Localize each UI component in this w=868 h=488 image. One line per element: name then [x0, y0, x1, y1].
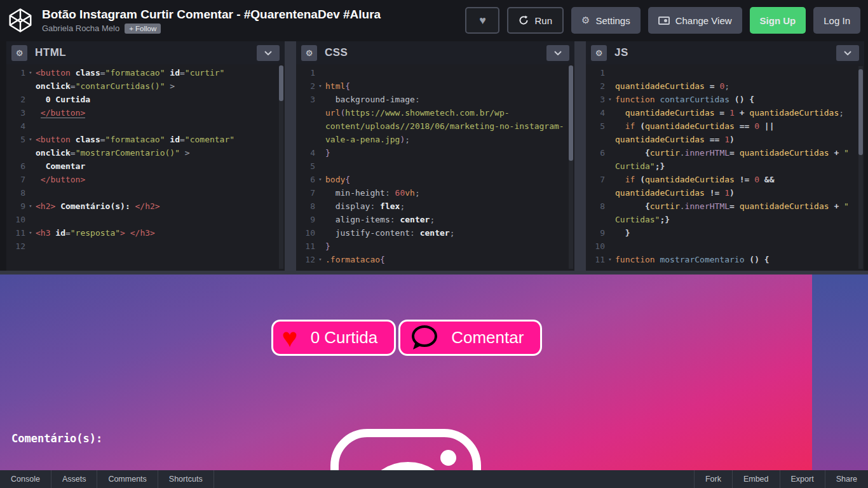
code-line: content/uploads//2018/06/marketing-no-in…	[296, 119, 574, 133]
html-panel-title: HTML	[35, 46, 257, 59]
fold-arrow-icon[interactable]: ▾	[25, 66, 36, 79]
code-line: 3 </button>	[6, 106, 285, 119]
js-collapse-button[interactable]	[836, 45, 859, 61]
bottom-bar-right-tabs: ForkEmbedExportShare	[694, 470, 868, 488]
footer-tab-comments[interactable]: Comments	[97, 470, 158, 488]
footer-tab-shortcuts[interactable]: Shortcuts	[158, 470, 214, 488]
code-line: 8	[6, 186, 285, 200]
code-line: 1▾<button class="formatacao" id="curtir"	[6, 66, 285, 79]
code-line: 12▾.formatacao{	[296, 253, 574, 266]
code-line: 12	[6, 240, 285, 253]
result-preview: ♥ 0 Curtida Comentar Comentário(s):	[0, 274, 868, 470]
code-line: 5▾<button class="formatacao" id="comenta…	[6, 133, 285, 146]
run-refresh-icon	[519, 15, 529, 25]
code-line: onclick="contarCurtidas()" >	[6, 79, 285, 93]
fold-arrow-icon[interactable]: ▾	[315, 79, 325, 93]
code-line: 7 </button>	[6, 173, 285, 186]
code-line: 2▾html{	[296, 79, 574, 93]
code-line: Curtidas";}	[586, 213, 864, 226]
html-collapse-button[interactable]	[257, 45, 280, 61]
background-tile-strip	[812, 274, 868, 470]
html-settings-gear-icon[interactable]: ⚙	[11, 45, 27, 61]
fold-arrow-icon[interactable]: ▾	[25, 200, 36, 213]
change-view-label: Change View	[675, 15, 732, 26]
code-line: 11▾function mostrarComentario () {	[586, 253, 864, 266]
js-code-editor[interactable]: 12quantidadeCurtidas = 0;3▾function cont…	[586, 64, 864, 271]
js-panel-header: ⚙ JS	[586, 41, 864, 64]
code-line: 1	[586, 66, 864, 79]
html-editor-panel: ⚙ HTML 1▾<button class="formatacao" id="…	[6, 41, 285, 271]
code-line: 10	[6, 213, 285, 226]
love-button[interactable]: ♥	[465, 7, 499, 34]
js-settings-gear-icon[interactable]: ⚙	[591, 45, 607, 61]
fold-arrow-icon[interactable]: ▾	[605, 93, 615, 106]
code-line: 5 if (quantidadeCurtidas == 0 ||	[586, 119, 864, 133]
footer-tab-fork[interactable]: Fork	[694, 470, 732, 488]
code-line: url(https://www.showmetech.com.br/wp-	[296, 106, 574, 119]
sign-up-button[interactable]: Sign Up	[750, 7, 806, 34]
code-line: 2quantidadeCurtidas = 0;	[586, 79, 864, 93]
log-in-button[interactable]: Log In	[813, 7, 860, 34]
code-line: vale-a-pena.jpg);	[296, 133, 574, 146]
code-line: quantidadeCurtidas == 1)	[586, 133, 864, 146]
code-line: 5	[296, 159, 574, 173]
fold-arrow-icon[interactable]: ▾	[25, 226, 36, 240]
code-line: quantidadeCurtidas != 1)	[586, 186, 864, 200]
run-button[interactable]: Run	[507, 7, 564, 34]
settings-button[interactable]: ⚙ Settings	[571, 7, 641, 34]
chevron-down-icon	[264, 51, 272, 55]
footer-tab-export[interactable]: Export	[780, 470, 825, 488]
top-header: Botão Instagram Curtir Comentar - #Quare…	[0, 0, 868, 41]
bottom-bar: ConsoleAssetsCommentsShortcuts ForkEmbed…	[0, 470, 868, 488]
code-line: Curtida";}	[586, 159, 864, 173]
html-css-resizer[interactable]	[285, 41, 296, 271]
code-line: 10	[586, 240, 864, 253]
code-line: 3▾function contarCurtidas () {	[586, 93, 864, 106]
code-line: 4	[6, 119, 285, 133]
fold-arrow-icon[interactable]: ▾	[25, 133, 36, 146]
js-editor-panel: ⚙ JS 12quantidadeCurtidas = 0;3▾function…	[586, 41, 864, 271]
code-line: 6 Comentar	[6, 159, 285, 173]
footer-tab-embed[interactable]: Embed	[732, 470, 780, 488]
change-view-icon	[658, 17, 670, 25]
gear-icon: ⚙	[581, 15, 590, 26]
code-line: 10 justify-content: center;	[296, 226, 574, 240]
code-line: 8 {curtir.innerHTML= quantidadeCurtidas …	[586, 200, 864, 213]
comment-button-label: Comentar	[451, 328, 524, 348]
code-line: 9 }	[586, 226, 864, 240]
pen-author[interactable]: Gabriela Rocha Melo	[42, 24, 119, 33]
js-scrollbar-thumb[interactable]	[858, 69, 863, 155]
change-view-button[interactable]: Change View	[648, 7, 742, 34]
comment-button[interactable]: Comentar	[398, 320, 542, 356]
like-button[interactable]: ♥ 0 Curtida	[271, 320, 396, 356]
pen-title: Botão Instagram Curtir Comentar - #Quare…	[42, 8, 465, 22]
html-scrollbar-thumb[interactable]	[279, 65, 283, 101]
footer-tab-assets[interactable]: Assets	[51, 470, 98, 488]
html-panel-header: ⚙ HTML	[6, 41, 285, 64]
code-line: 7 min-height: 60vh;	[296, 186, 574, 200]
footer-tab-share[interactable]: Share	[825, 470, 868, 488]
run-label: Run	[534, 15, 552, 26]
css-collapse-button[interactable]	[546, 45, 569, 61]
code-line: 3 background-image:	[296, 93, 574, 106]
html-code-editor[interactable]: 1▾<button class="formatacao" id="curtir"…	[6, 64, 285, 271]
code-line: 6▾body{	[296, 173, 574, 186]
fold-arrow-icon[interactable]: ▾	[605, 253, 615, 266]
code-line: 9 align-items: center;	[296, 213, 574, 226]
footer-tab-console[interactable]: Console	[0, 470, 51, 488]
css-js-resizer[interactable]	[574, 41, 586, 271]
fold-arrow-icon[interactable]: ▾	[315, 253, 325, 266]
css-code-editor[interactable]: 12▾html{3 background-image:url(https://w…	[296, 64, 574, 271]
code-line: 1	[296, 66, 574, 79]
speech-bubble-icon	[409, 325, 438, 351]
css-settings-gear-icon[interactable]: ⚙	[301, 45, 317, 61]
css-scrollbar-thumb[interactable]	[569, 65, 573, 161]
code-line: 11▾<h3 id="resposta"> </h3>	[6, 226, 285, 240]
codepen-logo[interactable]	[8, 8, 33, 33]
heart-icon: ♥	[479, 14, 486, 27]
chevron-down-icon	[844, 51, 851, 55]
fold-arrow-icon[interactable]: ▾	[315, 173, 325, 186]
css-editor-panel: ⚙ CSS 12▾html{3 background-image:url(htt…	[296, 41, 574, 271]
editors-section: ⚙ HTML 1▾<button class="formatacao" id="…	[0, 41, 868, 271]
follow-button[interactable]: + Follow	[125, 24, 161, 34]
